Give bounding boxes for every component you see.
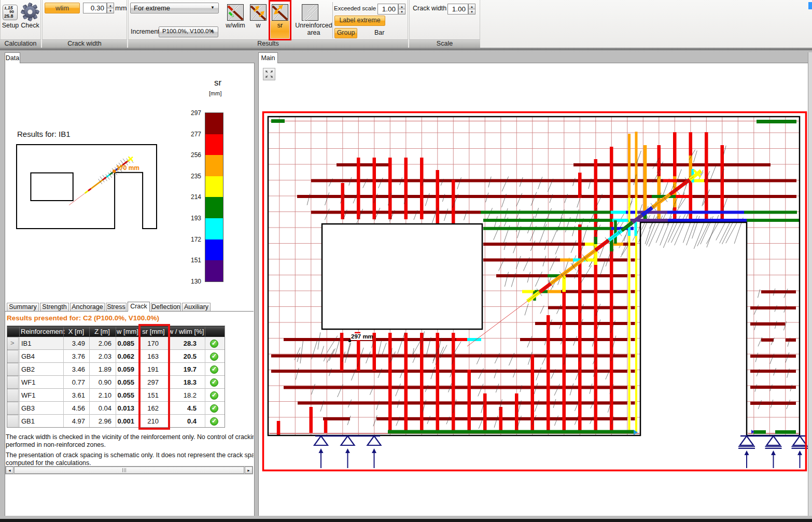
svg-text:297 mm: 297 mm xyxy=(351,333,373,340)
svg-text:170 mm: 170 mm xyxy=(116,164,139,172)
